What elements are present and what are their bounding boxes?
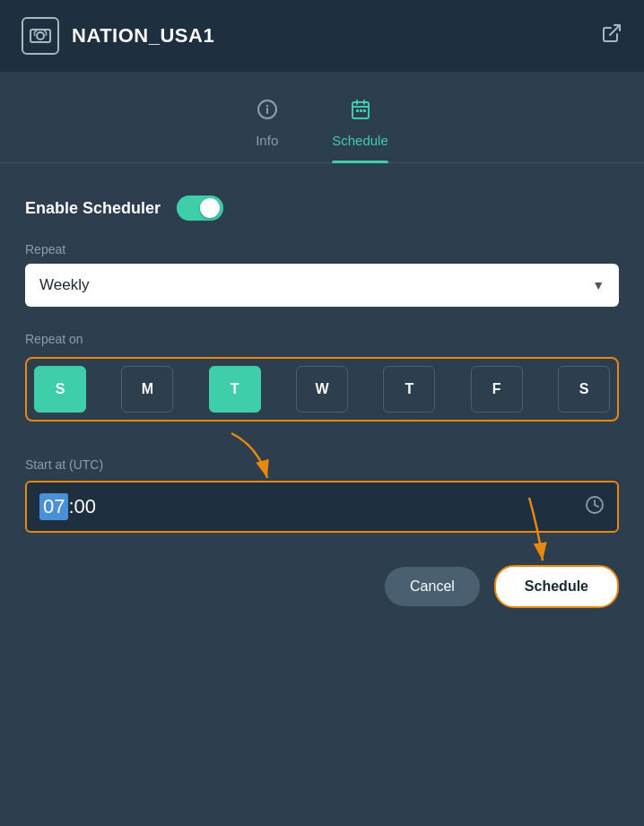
header: NATION_USA1 [0, 0, 644, 72]
router-icon [22, 17, 59, 55]
day-btn-tuesday[interactable]: T [209, 366, 261, 413]
tab-schedule-label: Schedule [332, 133, 388, 148]
tab-schedule[interactable]: Schedule [332, 99, 388, 162]
cancel-button[interactable]: Cancel [385, 567, 480, 606]
start-at-section: Start at (UTC) 07 : 00 [25, 457, 619, 565]
scheduler-row: Enable Scheduler [25, 196, 619, 221]
day-btn-friday[interactable]: F [471, 366, 523, 413]
repeat-value: Weekly [39, 276, 89, 294]
header-title: NATION_USA1 [72, 24, 214, 48]
time-hours[interactable]: 07 [39, 493, 68, 520]
repeat-on-label: Repeat on [25, 332, 619, 346]
info-icon [257, 99, 278, 126]
day-buttons-group: S M T W T F S [25, 357, 619, 422]
start-at-label: Start at (UTC) [25, 457, 619, 472]
dropdown-arrow-icon: ▼ [592, 278, 605, 292]
day-btn-thursday[interactable]: T [383, 366, 435, 413]
day-btn-wednesday[interactable]: W [296, 366, 348, 413]
enable-scheduler-toggle[interactable] [177, 196, 223, 221]
clock-icon [585, 495, 605, 519]
button-row: Cancel Schedule [25, 565, 619, 608]
enable-scheduler-label: Enable Scheduler [25, 199, 161, 218]
button-section: Cancel Schedule [25, 565, 619, 608]
tab-info-label: Info [256, 133, 278, 148]
time-input-wrapper[interactable]: 07 : 00 [25, 481, 619, 533]
repeat-label: Repeat [25, 242, 619, 256]
schedule-icon [350, 99, 371, 126]
day-btn-saturday[interactable]: S [558, 366, 610, 413]
repeat-dropdown[interactable]: Weekly ▼ [25, 264, 619, 307]
svg-point-1 [37, 32, 44, 39]
schedule-button[interactable]: Schedule [494, 565, 619, 608]
content: Info Schedule [0, 72, 644, 826]
day-btn-sunday[interactable]: S [34, 366, 86, 413]
svg-rect-12 [363, 109, 366, 112]
svg-line-2 [610, 25, 620, 35]
tabs: Info Schedule [0, 72, 644, 163]
day-btn-monday[interactable]: M [121, 366, 173, 413]
svg-rect-10 [356, 109, 359, 112]
time-minutes: 00 [74, 495, 96, 518]
tab-info[interactable]: Info [256, 99, 278, 162]
toggle-thumb [200, 198, 220, 218]
form-area: Enable Scheduler Repeat Weekly ▼ Repeat … [0, 163, 644, 633]
svg-rect-11 [360, 109, 362, 112]
header-left: NATION_USA1 [22, 17, 214, 55]
external-link-icon[interactable] [601, 22, 622, 49]
app-container: NATION_USA1 Info [0, 0, 644, 826]
